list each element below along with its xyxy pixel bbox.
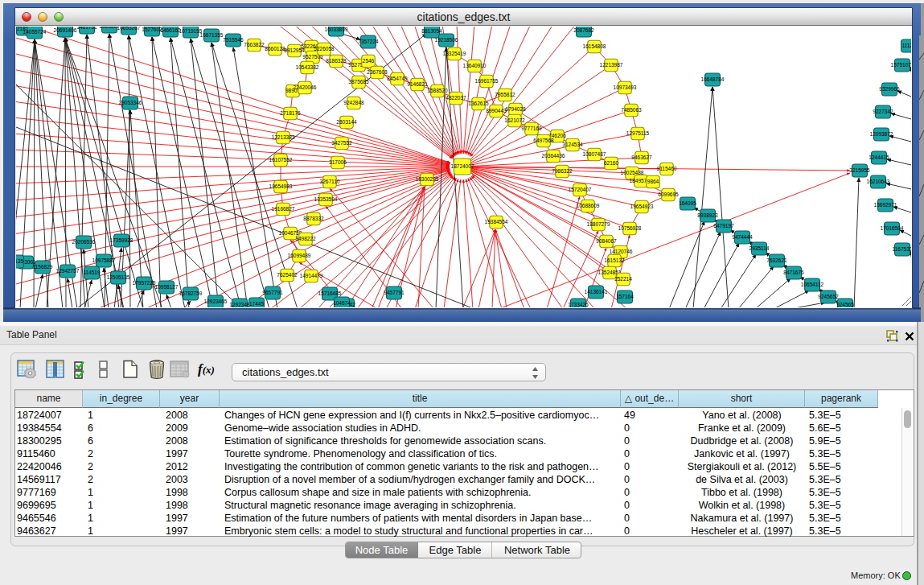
svg-text:8471676: 8471676 [783,270,804,275]
svg-text:2803144: 2803144 [336,119,357,125]
svg-text:19654983: 19654983 [269,183,293,189]
svg-text:12975115: 12975115 [626,130,650,136]
svg-text:3215955: 3215955 [849,167,870,173]
svg-text:17016504: 17016504 [881,225,904,231]
svg-text:8454749: 8454749 [387,76,408,81]
svg-text:17445: 17445 [249,301,264,307]
svg-text:8878332: 8878332 [303,216,324,221]
svg-text:4822037: 4822037 [446,95,466,101]
svg-text:9227342: 9227342 [873,109,893,114]
svg-text:12942757: 12942757 [56,268,80,274]
svg-text:1615132: 1615132 [604,257,625,263]
svg-text:317006: 317006 [329,159,347,165]
svg-text:9864: 9864 [647,179,659,184]
svg-text:13325419: 13325419 [443,51,466,56]
svg-text:16961755: 16961755 [475,78,499,84]
svg-text:2718176: 2718176 [280,110,301,116]
svg-text:22420046: 22420046 [294,84,317,90]
svg-text:16648784: 16648784 [701,76,725,82]
svg-text:7625402: 7625402 [277,272,298,278]
svg-text:3875685: 3875685 [348,79,369,84]
svg-text:14136141: 14136141 [585,289,608,295]
svg-text:8660128: 8660128 [265,46,285,51]
svg-text:19654923: 19654923 [630,204,654,209]
svg-text:6099695: 6099695 [658,192,679,197]
svg-text:7632621: 7632621 [766,257,787,263]
svg-text:12505135: 12505135 [107,274,130,280]
svg-text:9329966: 9329966 [879,86,900,92]
svg-text:157164: 157164 [616,294,634,299]
svg-text:9474444: 9474444 [732,234,753,240]
svg-text:9657791: 9657791 [262,290,283,295]
svg-text:164095: 164095 [679,200,696,206]
svg-text:19166827: 19166827 [272,206,295,212]
svg-text:8186328: 8186328 [326,58,347,64]
svg-text:6479197: 6479197 [713,223,734,229]
svg-text:10807487: 10807487 [583,151,606,157]
svg-text:114519: 114519 [83,270,101,275]
svg-text:10653267: 10653267 [117,27,141,31]
svg-text:13353594: 13353594 [314,196,338,202]
svg-text:2546: 2546 [363,58,375,64]
svg-text:8938923: 8938923 [697,212,718,218]
svg-text:62160: 62160 [604,160,618,166]
svg-text:1733426: 1733426 [568,302,589,307]
svg-text:6466160: 6466160 [160,27,181,33]
svg-text:14914479: 14914479 [300,273,323,278]
svg-text:1167533: 1167533 [893,246,911,252]
svg-text:18807279: 18807279 [587,221,610,227]
svg-text:1244415: 1244415 [869,154,889,160]
svg-text:1621072: 1621072 [504,117,525,123]
svg-text:6497568: 6497568 [533,138,554,143]
svg-text:7515546: 7515546 [223,37,244,43]
svg-text:10688609: 10688609 [577,203,600,208]
svg-text:12923465: 12923465 [204,299,228,304]
svg-text:10973493: 10973493 [614,84,637,90]
svg-text:19384554: 19384554 [485,219,508,225]
svg-text:29053346: 29053346 [119,100,142,105]
svg-text:18300295: 18300295 [416,176,439,182]
svg-text:3427552: 3427552 [331,140,352,146]
svg-text:16782759: 16782759 [179,290,203,296]
svg-text:15692971: 15692971 [874,202,897,208]
svg-text:11124: 11124 [901,43,911,48]
svg-text:1588520: 1588520 [427,88,448,93]
svg-text:12213383: 12213383 [272,134,295,140]
svg-text:10975887: 10975887 [92,257,116,263]
svg-text:7485063: 7485063 [621,107,642,113]
svg-text:1362615: 1362615 [468,101,489,106]
svg-text:18724007: 18724007 [451,163,474,169]
svg-text:10958127: 10958127 [155,284,179,290]
svg-text:20206536: 20206536 [72,239,96,245]
svg-text:7663822: 7663822 [244,42,265,47]
svg-text:1461731: 1461731 [76,27,97,30]
svg-text:16210643: 16210643 [867,179,890,184]
svg-text:16099489: 16099489 [288,253,311,258]
svg-text:9242848: 9242848 [343,100,364,105]
svg-text:10654112: 10654112 [801,282,824,287]
svg-text:2087682: 2087682 [573,27,594,33]
svg-text:7986322: 7986322 [552,168,573,174]
svg-text:20691406: 20691406 [54,27,77,33]
svg-text:12213987: 12213987 [600,62,623,68]
svg-text:10756928: 10756928 [618,225,642,231]
svg-text:15716485: 15716485 [318,290,342,296]
svg-text:9463627: 9463627 [631,154,652,160]
svg-text:12093872: 12093872 [870,131,893,137]
svg-text:7955812: 7955812 [495,92,515,97]
svg-text:924565: 924565 [836,302,854,307]
svg-text:9777169: 9777169 [521,126,542,131]
svg-text:14055724: 14055724 [23,29,47,35]
svg-text:8813054: 8813054 [421,28,442,34]
svg-text:1156829: 1156829 [33,264,53,270]
svg-text:104674: 104674 [333,300,351,306]
svg-text:16107552: 16107552 [269,157,293,163]
svg-text:13640910: 13640910 [463,63,487,68]
svg-text:19218506: 19218506 [435,37,458,43]
svg-text:1292346: 1292346 [229,302,250,307]
svg-text:6794028: 6794028 [505,106,526,112]
svg-text:9245652: 9245652 [818,294,839,299]
svg-text:9115460: 9115460 [657,166,677,171]
svg-text:2935114: 2935114 [749,245,770,251]
svg-text:9146821: 9146821 [407,81,428,87]
